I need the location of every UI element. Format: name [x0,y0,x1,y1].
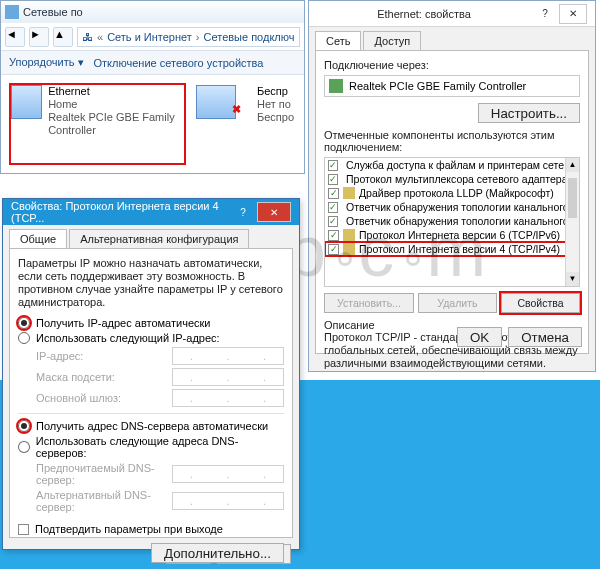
panel-body: Подключение через: Realtek PCIe GBE Fami… [315,50,589,354]
window-title: Ethernet: свойства [317,8,531,20]
component-icon [343,243,355,255]
configure-button[interactable]: Настроить... [478,103,580,123]
breadcrumb-item[interactable]: Сеть и Интернет [107,31,192,43]
checkbox-icon[interactable]: ✓ [328,174,338,185]
wireless-icon [196,85,236,119]
list-item: ✓Ответчик обнаружения топологии канально… [325,200,579,214]
mask-input[interactable]: ... [172,368,284,386]
ethernet-properties-window: Ethernet: свойства ? ✕ Сеть Доступ Подкл… [308,0,596,372]
up-button[interactable]: ▲ [53,27,73,47]
list-item-ipv4: ✓Протокол Интернета версии 4 (TCP/IPv4) [325,242,579,256]
titlebar[interactable]: Ethernet: свойства ? ✕ [309,1,595,27]
radio-icon [18,441,30,453]
tab-general[interactable]: Общие [9,229,67,248]
help-button[interactable]: ? [229,202,257,222]
list-item: ✓Протокол мультиплексора сетевого адапте… [325,172,579,186]
ip-input[interactable]: ... [172,347,284,365]
install-button[interactable]: Установить... [324,293,414,313]
field-dns1: Предпочитаемый DNS-сервер:... [36,462,284,486]
cancel-button[interactable]: Отмена [508,327,582,347]
tabs: Общие Альтернативная конфигурация [3,225,299,248]
component-buttons: Установить... Удалить Свойства [324,293,580,313]
radio-ip-auto[interactable]: Получить IP-адрес автоматически [18,317,284,329]
checkbox-label: Подтвердить параметры при выходе [35,523,223,535]
dns2-input[interactable]: ... [172,492,284,510]
adapter-device: Realtek PCIe GBE Family Controller [48,111,184,137]
nic-icon [329,79,343,93]
radio-label: Использовать следующий IP-адрес: [36,332,220,344]
radio-label: Получить адрес DNS-сервера автоматически [36,420,268,432]
scroll-down-icon[interactable]: ▼ [566,272,579,286]
toolbar: Упорядочить ▾ Отключение сетевого устрой… [1,51,304,75]
components-list[interactable]: ✓Служба доступа к файлам и принтерам сет… [324,157,580,287]
radio-dns-manual[interactable]: Использовать следующие адреса DNS-сервер… [18,435,284,459]
gateway-input[interactable]: ... [172,389,284,407]
component-icon [343,187,355,199]
scroll-thumb[interactable] [568,178,577,218]
nav-row: ◄ ► ▲ 🖧 « Сеть и Интернет › Сетевые подк… [1,23,304,51]
radio-label: Использовать следующие адреса DNS-сервер… [36,435,284,459]
window-title: Сетевые по [23,6,83,18]
disconnected-icon: ✖ [232,103,241,181]
adapter-device: Беспро [257,111,294,124]
scroll-up-icon[interactable]: ▲ [566,158,579,172]
component-icon [343,229,355,241]
adapter-field[interactable]: Realtek PCIe GBE Family Controller [324,75,580,97]
network-connections-window: Сетевые по ◄ ► ▲ 🖧 « Сеть и Интернет › С… [0,0,305,174]
organize-menu[interactable]: Упорядочить ▾ [9,56,84,69]
advanced-button[interactable]: Дополнительно... [151,543,284,563]
back-button[interactable]: ◄ [5,27,25,47]
scrollbar[interactable]: ▲ ▼ [565,158,579,286]
adapter-wireless[interactable]: ✖ Беспр Нет по Беспро [194,83,296,165]
checkbox-icon[interactable]: ✓ [328,160,338,171]
ok-button[interactable]: OK [457,327,502,347]
adapter-name: Ethernet [48,85,184,98]
radio-ip-manual[interactable]: Использовать следующий IP-адрес: [18,332,284,344]
breadcrumb-icon: 🖧 [82,31,93,43]
disable-device[interactable]: Отключение сетевого устройства [94,57,264,69]
help-button[interactable]: ? [531,4,559,24]
titlebar[interactable]: Свойства: Протокол Интернета версии 4 (T… [3,199,299,225]
breadcrumb[interactable]: 🖧 « Сеть и Интернет › Сетевые подключ [77,27,300,47]
window-title: Свойства: Протокол Интернета версии 4 (T… [11,200,229,224]
field-gateway: Основной шлюз:... [36,389,284,407]
forward-button[interactable]: ► [29,27,49,47]
adapter-ethernet[interactable]: Ethernet Home Realtek PCIe GBE Family Co… [9,83,186,165]
close-button[interactable]: ✕ [257,202,291,222]
adapter-name: Беспр [257,85,294,98]
field-ip: IP-адрес:... [36,347,284,365]
adapter-name: Realtek PCIe GBE Family Controller [349,80,526,92]
tab-access[interactable]: Доступ [363,31,421,50]
checkbox-icon[interactable]: ✓ [328,216,338,227]
breadcrumb-item[interactable]: Сетевые подключ [204,31,295,43]
list-item: ✓Служба доступа к файлам и принтерам сет… [325,158,579,172]
field-mask: Маска подсети:... [36,368,284,386]
checkbox-icon[interactable]: ✓ [328,244,339,255]
adapter-status: Home [48,98,184,111]
confirm-checkbox[interactable]: Подтвердить параметры при выходе [18,523,284,535]
adapter-status: Нет по [257,98,294,111]
system-icon [5,5,19,19]
checkbox-icon[interactable]: ✓ [328,202,338,213]
field-dns2: Альтернативный DNS-сервер:... [36,489,284,513]
radio-dns-auto[interactable]: Получить адрес DNS-сервера автоматически [18,420,284,432]
list-item: ✓Ответчик обнаружения топологии канально… [325,214,579,228]
checkbox-icon[interactable]: ✓ [328,230,339,241]
separator [18,413,284,414]
ipv4-properties-dialog: Свойства: Протокол Интернета версии 4 (T… [2,198,300,550]
checkbox-icon [18,524,29,535]
connect-via-label: Подключение через: [324,59,580,71]
radio-icon [18,420,30,432]
checkbox-icon[interactable]: ✓ [328,188,339,199]
tab-network[interactable]: Сеть [315,31,361,50]
tabs: Сеть Доступ [309,27,595,50]
dns1-input[interactable]: ... [172,465,284,483]
titlebar[interactable]: Сетевые по [1,1,304,23]
close-button[interactable]: ✕ [559,4,587,24]
radio-icon [18,332,30,344]
tab-alt-config[interactable]: Альтернативная конфигурация [69,229,249,248]
properties-button[interactable]: Свойства [501,293,580,313]
list-item: ✓Протокол Интернета версии 6 (TCP/IPv6) [325,228,579,242]
intro-text: Параметры IP можно назначать автоматичес… [18,257,284,309]
uninstall-button[interactable]: Удалить [418,293,497,313]
